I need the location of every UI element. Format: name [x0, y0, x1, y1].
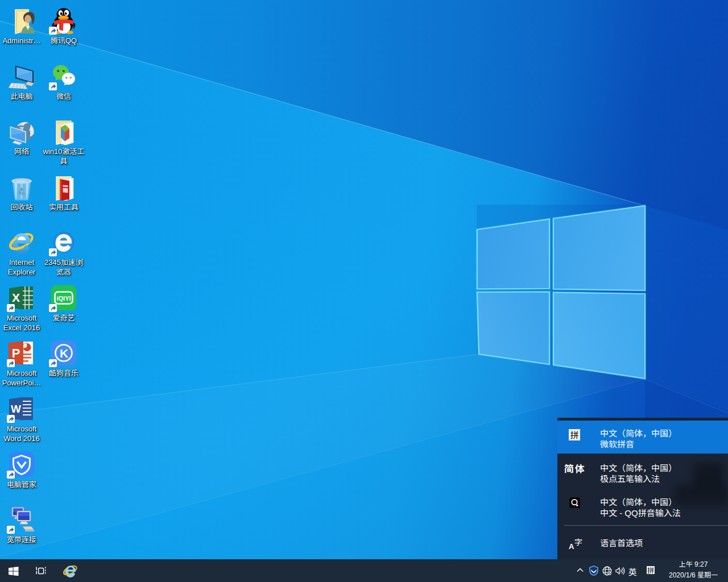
svg-text:X: X [12, 291, 20, 304]
svg-text:W: W [11, 403, 21, 415]
svg-text:iQIYI: iQIYI [56, 295, 71, 302]
svg-text:K: K [60, 347, 68, 360]
svg-text:P: P [12, 346, 20, 360]
